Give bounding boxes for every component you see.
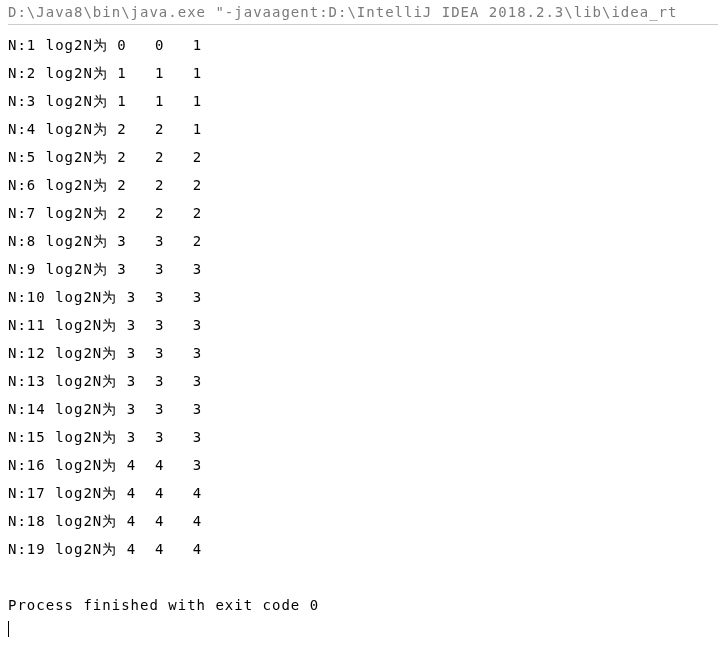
output-row: N:3 log2N为 1 1 1 xyxy=(8,87,718,115)
output-row: N:4 log2N为 2 2 1 xyxy=(8,115,718,143)
blank-line xyxy=(8,563,718,591)
cursor-line[interactable] xyxy=(8,619,718,637)
console-output: D:\Java8\bin\java.exe "-javaagent:D:\Int… xyxy=(0,0,726,641)
command-line: D:\Java8\bin\java.exe "-javaagent:D:\Int… xyxy=(8,4,718,25)
output-lines: N:1 log2N为 0 0 1N:2 log2N为 1 1 1N:3 log2… xyxy=(8,31,718,563)
output-row: N:13 log2N为 3 3 3 xyxy=(8,367,718,395)
output-row: N:17 log2N为 4 4 4 xyxy=(8,479,718,507)
output-row: N:19 log2N为 4 4 4 xyxy=(8,535,718,563)
text-cursor xyxy=(8,621,9,637)
output-row: N:6 log2N为 2 2 2 xyxy=(8,171,718,199)
output-row: N:11 log2N为 3 3 3 xyxy=(8,311,718,339)
output-row: N:9 log2N为 3 3 3 xyxy=(8,255,718,283)
output-row: N:12 log2N为 3 3 3 xyxy=(8,339,718,367)
output-row: N:15 log2N为 3 3 3 xyxy=(8,423,718,451)
output-row: N:10 log2N为 3 3 3 xyxy=(8,283,718,311)
output-row: N:14 log2N为 3 3 3 xyxy=(8,395,718,423)
output-row: N:2 log2N为 1 1 1 xyxy=(8,59,718,87)
process-exit-message: Process finished with exit code 0 xyxy=(8,591,718,619)
output-row: N:1 log2N为 0 0 1 xyxy=(8,31,718,59)
output-row: N:18 log2N为 4 4 4 xyxy=(8,507,718,535)
output-row: N:7 log2N为 2 2 2 xyxy=(8,199,718,227)
output-row: N:5 log2N为 2 2 2 xyxy=(8,143,718,171)
output-row: N:16 log2N为 4 4 3 xyxy=(8,451,718,479)
output-row: N:8 log2N为 3 3 2 xyxy=(8,227,718,255)
